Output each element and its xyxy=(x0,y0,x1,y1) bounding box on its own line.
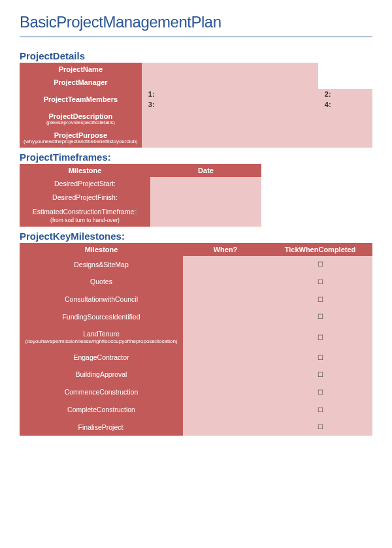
table-row: DesiredProjectStart: xyxy=(20,177,261,191)
milestone-when[interactable] xyxy=(183,308,268,326)
milestone-when[interactable] xyxy=(183,349,268,366)
section-project-timeframes: ProjectTimeframes: xyxy=(20,152,372,163)
table-row: CompleteConstruction☐ xyxy=(20,401,372,419)
milestone-when[interactable] xyxy=(183,256,268,274)
label-team-members: ProjectTeamMembers xyxy=(20,89,142,110)
milestone-tick[interactable]: ☐ xyxy=(268,325,372,348)
table-row: ProjectName xyxy=(20,63,372,76)
milestone-tick[interactable]: ☐ xyxy=(268,349,372,366)
value-project-manager[interactable] xyxy=(142,76,318,89)
value-project-description[interactable] xyxy=(142,110,372,129)
table-row: ProjectDescription (pleaseprovidespecifi… xyxy=(20,110,372,129)
key-milestones-table: Milestone When? TickWhenCompleted Design… xyxy=(20,243,372,436)
value-project-purpose[interactable] xyxy=(142,129,372,148)
milestone-tick[interactable]: ☐ xyxy=(268,291,372,308)
label-construction-timeframe: EstimatedConstructionTimeframe: (from so… xyxy=(20,205,150,227)
milestone-label: Designs&SiteMap xyxy=(20,256,183,274)
value-finish-date[interactable] xyxy=(150,191,261,205)
value-construction-timeframe[interactable] xyxy=(150,205,261,227)
table-row: BuildingApproval☐ xyxy=(20,366,372,383)
label-project-purpose: ProjectPurpose (whyyouneedtheprojectandt… xyxy=(20,129,142,148)
team-member-2[interactable]: 2: xyxy=(318,89,372,99)
milestone-when[interactable] xyxy=(183,273,268,291)
milestone-label: FinaliseProject xyxy=(20,419,183,436)
table-row: ConsultationwithCouncil☐ xyxy=(20,291,372,308)
team-member-3[interactable]: 3: xyxy=(142,99,318,110)
table-header-row: Milestone Date xyxy=(20,164,261,177)
milestone-label: Quotes xyxy=(20,273,183,291)
milestone-label: EngageContractor xyxy=(20,349,183,366)
label-finish: DesiredProjectFinish: xyxy=(20,191,150,205)
milestone-when[interactable] xyxy=(183,419,268,436)
section-project-details: ProjectDetails xyxy=(20,50,372,61)
timeframes-table: Milestone Date DesiredProjectStart: Desi… xyxy=(20,164,261,227)
label-start: DesiredProjectStart: xyxy=(20,177,150,191)
table-row: Quotes☐ xyxy=(20,273,372,291)
milestone-tick[interactable]: ☐ xyxy=(268,308,372,326)
section-key-milestones: ProjectKeyMilestones: xyxy=(20,231,372,242)
milestone-tick[interactable]: ☐ xyxy=(268,419,372,436)
col-when: When? xyxy=(183,243,268,256)
col-date: Date xyxy=(150,164,261,177)
milestone-when[interactable] xyxy=(183,291,268,308)
milestone-label: ConsultationwithCouncil xyxy=(20,291,183,308)
col-milestone: Milestone xyxy=(20,243,183,256)
table-row: LandTenure(doyouhavepermission/lease/rig… xyxy=(20,325,372,348)
project-details-table: ProjectName ProjectManager ProjectTeamMe… xyxy=(20,63,372,148)
team-member-1[interactable]: 1: xyxy=(142,89,318,99)
milestone-label: CompleteConstruction xyxy=(20,401,183,419)
milestone-label: FundingSourcesIdentified xyxy=(20,308,183,326)
page-title: BasicProjectManagementPlan xyxy=(20,13,372,37)
milestone-label: CommenceConstruction xyxy=(20,383,183,401)
table-header-row: Milestone When? TickWhenCompleted xyxy=(20,243,372,256)
milestone-when[interactable] xyxy=(183,366,268,383)
milestone-tick[interactable]: ☐ xyxy=(268,366,372,383)
table-row: FinaliseProject☐ xyxy=(20,419,372,436)
label-project-description: ProjectDescription (pleaseprovidespecifi… xyxy=(20,110,142,129)
table-row: DesiredProjectFinish: xyxy=(20,191,261,205)
col-milestone: Milestone xyxy=(20,164,150,177)
table-row: CommenceConstruction☐ xyxy=(20,383,372,401)
table-row: ProjectPurpose (whyyouneedtheprojectandt… xyxy=(20,129,372,148)
team-member-4[interactable]: 4: xyxy=(318,99,372,110)
milestone-tick[interactable]: ☐ xyxy=(268,383,372,401)
label-project-name: ProjectName xyxy=(20,63,142,76)
table-row: ProjectManager xyxy=(20,76,372,89)
table-row: Designs&SiteMap☐ xyxy=(20,256,372,274)
table-row: EstimatedConstructionTimeframe: (from so… xyxy=(20,205,261,227)
col-tick: TickWhenCompleted xyxy=(268,243,372,256)
milestone-label: LandTenure(doyouhavepermission/lease/rig… xyxy=(20,325,183,348)
milestone-tick[interactable]: ☐ xyxy=(268,273,372,291)
milestone-label: BuildingApproval xyxy=(20,366,183,383)
table-row: EngageContractor☐ xyxy=(20,349,372,366)
table-row: FundingSourcesIdentified☐ xyxy=(20,308,372,326)
milestone-tick[interactable]: ☐ xyxy=(268,401,372,419)
milestone-when[interactable] xyxy=(183,401,268,419)
milestone-when[interactable] xyxy=(183,325,268,348)
label-project-manager: ProjectManager xyxy=(20,76,142,89)
milestone-tick[interactable]: ☐ xyxy=(268,256,372,274)
milestone-when[interactable] xyxy=(183,383,268,401)
table-row: ProjectTeamMembers 1: 2: xyxy=(20,89,372,99)
value-start-date[interactable] xyxy=(150,177,261,191)
value-project-name[interactable] xyxy=(142,63,318,76)
